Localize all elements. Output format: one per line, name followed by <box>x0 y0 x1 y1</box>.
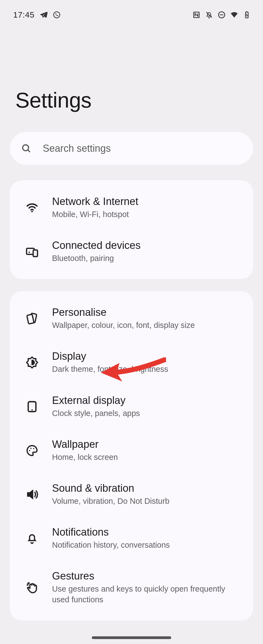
item-title: Notifications <box>52 526 243 538</box>
page-header: Settings <box>0 22 263 132</box>
tablet-icon <box>22 400 42 413</box>
nav-handle[interactable] <box>92 636 171 639</box>
item-subtitle: Mobile, Wi-Fi, hotspot <box>52 209 243 220</box>
devices-icon <box>22 245 42 258</box>
svg-point-14 <box>29 450 30 451</box>
item-subtitle: Home, lock screen <box>52 452 243 463</box>
item-subtitle: Wallpaper, colour, icon, font, display s… <box>52 320 243 331</box>
item-subtitle: Use gestures and keys to quickly open fr… <box>52 584 243 605</box>
item-external-display[interactable]: External display Clock style, panels, ap… <box>10 385 253 429</box>
status-bar: 17:45 <box>0 0 263 22</box>
svg-point-6 <box>31 211 33 212</box>
battery-charging-icon <box>243 11 251 19</box>
search-wrap: Search settings <box>0 132 263 165</box>
item-subtitle: Notification history, conversations <box>52 540 243 550</box>
nfc-icon <box>192 11 201 19</box>
item-title: Network & Internet <box>52 196 243 207</box>
item-title: External display <box>52 395 243 406</box>
dnd-bell-off-icon <box>205 11 213 19</box>
svg-rect-8 <box>33 250 38 257</box>
svg-point-0 <box>53 12 60 18</box>
item-title: Sound & vibration <box>52 482 243 494</box>
item-title: Wallpaper <box>52 438 243 450</box>
item-subtitle: Clock style, panels, apps <box>52 408 243 419</box>
item-wallpaper[interactable]: Wallpaper Home, lock screen <box>10 429 253 473</box>
palette-icon <box>22 444 42 457</box>
status-right <box>192 11 251 19</box>
item-sound-vibration[interactable]: Sound & vibration Volume, vibration, Do … <box>10 473 253 516</box>
svg-point-16 <box>33 448 34 449</box>
item-title: Connected devices <box>52 240 243 251</box>
settings-group-device: Personalise Wallpaper, colour, icon, fon… <box>10 291 253 620</box>
item-notifications[interactable]: Notifications Notification history, conv… <box>10 516 253 560</box>
item-gestures[interactable]: Gestures Use gestures and keys to quickl… <box>10 560 253 615</box>
clock-time: 17:45 <box>13 10 35 19</box>
settings-group-connectivity: Network & Internet Mobile, Wi-Fi, hotspo… <box>10 180 253 279</box>
status-left: 17:45 <box>13 10 61 19</box>
svg-rect-11 <box>27 314 34 324</box>
item-personalise[interactable]: Personalise Wallpaper, colour, icon, fon… <box>10 297 253 341</box>
item-title: Personalise <box>52 306 243 318</box>
page-title: Settings <box>15 88 248 113</box>
search-icon <box>21 143 32 154</box>
search-settings-bar[interactable]: Search settings <box>10 132 253 165</box>
volume-icon <box>22 488 42 501</box>
bell-icon <box>22 532 42 545</box>
item-title: Display <box>52 350 243 362</box>
wifi-icon <box>230 11 238 19</box>
item-subtitle: Dark theme, font size, brightness <box>52 364 243 375</box>
svg-point-5 <box>23 145 29 151</box>
svg-point-13 <box>32 409 33 410</box>
do-not-disturb-icon <box>218 11 226 19</box>
item-subtitle: Volume, vibration, Do Not Disturb <box>52 496 243 507</box>
svg-point-9 <box>28 252 30 253</box>
brightness-icon <box>22 356 42 369</box>
svg-point-15 <box>30 448 32 449</box>
search-placeholder: Search settings <box>43 143 111 154</box>
telegram-icon <box>39 11 48 19</box>
item-display[interactable]: Display Dark theme, font size, brightnes… <box>10 341 253 384</box>
personalise-icon <box>22 312 42 325</box>
wifi-icon <box>22 201 42 214</box>
item-title: Gestures <box>52 570 243 582</box>
item-network-internet[interactable]: Network & Internet Mobile, Wi-Fi, hotspo… <box>10 186 253 230</box>
hand-gesture-icon <box>22 581 42 594</box>
item-subtitle: Bluetooth, pairing <box>52 253 243 264</box>
whatsapp-icon <box>53 11 61 19</box>
item-connected-devices[interactable]: Connected devices Bluetooth, pairing <box>10 230 253 274</box>
svg-rect-4 <box>246 12 248 12</box>
